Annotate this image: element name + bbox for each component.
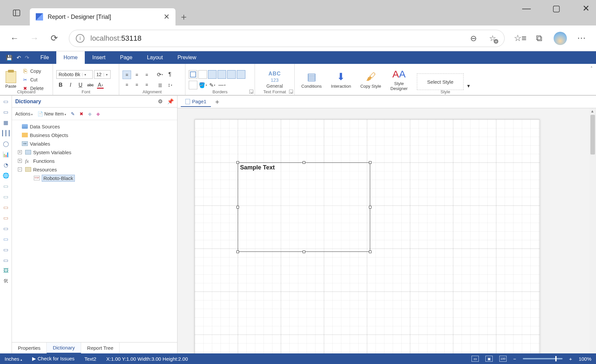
border-top[interactable] [218, 70, 226, 79]
underline-button[interactable]: U [76, 81, 85, 89]
panel-tab-report-tree[interactable]: Report Tree [81, 342, 120, 353]
conditions-button[interactable]: ▤ Conditions [298, 71, 325, 89]
profile-avatar[interactable] [554, 32, 567, 45]
resize-handle-se[interactable] [369, 250, 372, 253]
border-none[interactable] [198, 70, 207, 79]
font-size-combo[interactable]: 12▾ [94, 70, 111, 79]
panel-pin-icon[interactable]: 📌 [167, 98, 174, 105]
collections-icon[interactable]: ⧉ [534, 33, 544, 43]
units-selector[interactable]: Inches▴ [5, 356, 22, 362]
panel-tab-properties[interactable]: Properties [12, 342, 47, 353]
resize-handle-e[interactable] [369, 206, 372, 208]
move-down-button[interactable] [96, 111, 100, 116]
tree-resources[interactable]: −Resources [15, 165, 174, 174]
site-info-icon[interactable]: i [76, 34, 84, 43]
resize-handle-s[interactable] [303, 250, 305, 253]
window-minimize-icon[interactable]: — [520, 3, 533, 14]
tb-crossband-icon[interactable]: ▦ [2, 118, 10, 127]
window-maximize-icon[interactable]: ▢ [550, 3, 563, 14]
align-top-center[interactable]: ≡ [132, 70, 141, 79]
tab-close-icon[interactable]: ✕ [164, 13, 170, 21]
page-tab-page1[interactable]: Page1 [181, 97, 211, 107]
cut-button[interactable]: Cut [22, 76, 43, 84]
style-designer-button[interactable]: AA StyleDesigner [387, 68, 411, 91]
tree-data-sources[interactable]: Data Sources [15, 122, 174, 131]
zoom-out-button[interactable]: − [513, 356, 516, 362]
edit-button[interactable] [71, 111, 75, 116]
align-center[interactable]: ≡ [132, 80, 141, 89]
favorite-icon[interactable]: ☆ [488, 34, 498, 43]
copy-style-button[interactable]: 🖌 Copy Style [357, 71, 384, 89]
line-spacing-button[interactable]: ↕▾ [166, 81, 174, 89]
strike-button[interactable]: abc [86, 81, 95, 89]
tb-chart-icon[interactable]: 📊 [2, 150, 10, 159]
browser-menu-icon[interactable]: ⋯ [576, 33, 587, 43]
address-bar[interactable]: i localhost:53118 ⊖ ☆ [69, 30, 505, 47]
expand-icon[interactable]: + [18, 150, 22, 154]
add-page-button[interactable]: ＋ [212, 97, 222, 107]
browser-tab-active[interactable]: Report - Designer [Trial] ✕ [30, 8, 175, 25]
report-page[interactable]: Sample Text al [195, 119, 540, 353]
textformat-launcher-icon[interactable] [289, 90, 293, 94]
resize-handle-w[interactable] [236, 206, 239, 208]
fill-color-button[interactable]: 🪣▾ [198, 81, 207, 89]
resize-handle-sw[interactable] [236, 250, 239, 253]
text-format-button[interactable]: ABC 123 General [267, 71, 283, 89]
qat-undo-icon[interactable]: ↶ [17, 55, 21, 61]
new-tab-button[interactable]: ＋ [175, 8, 192, 25]
wordwrap-button[interactable]: ¶ [166, 70, 174, 79]
ribbon-tab-preview[interactable]: Preview [170, 51, 204, 64]
align-top-right[interactable]: ≡ [142, 70, 151, 79]
tb-textcell-icon[interactable]: ▭ [2, 203, 10, 211]
tb-subreport-icon[interactable]: ▭ [2, 245, 10, 254]
border-bottom[interactable] [237, 70, 245, 79]
favorites-list-icon[interactable]: ☆≡ [514, 33, 524, 43]
border-left[interactable] [208, 70, 217, 79]
window-close-icon[interactable]: ✕ [579, 3, 593, 14]
ribbon-collapse-icon[interactable]: ˄ [590, 66, 593, 71]
delete-item-button[interactable] [79, 111, 83, 116]
tb-richtext-icon[interactable]: ▭ [2, 192, 10, 201]
tb-databand-icon[interactable]: ▭ [2, 108, 10, 116]
paste-button[interactable]: Paste [3, 71, 18, 89]
rotate-button[interactable]: ⟳▾ [156, 70, 164, 79]
zoom-in-button[interactable]: + [569, 356, 572, 362]
vertical-scrollbar[interactable] [589, 108, 596, 353]
tb-textcell2-icon[interactable]: ▭ [2, 213, 10, 222]
border-all[interactable] [189, 70, 197, 79]
resize-handle-nw[interactable] [236, 161, 239, 164]
tb-image-icon[interactable]: 🖼 [2, 266, 10, 275]
tab-actions-icon[interactable] [7, 3, 26, 23]
font-name-combo[interactable]: Roboto Bk▾ [56, 70, 93, 79]
border-style-button[interactable]: —▾ [218, 81, 226, 89]
view-mode-1-icon[interactable]: ▭ [472, 356, 479, 362]
panel-tab-dictionary[interactable]: Dictionary [47, 342, 81, 353]
align-justify[interactable]: ≣ [156, 81, 164, 89]
nav-back-icon[interactable]: ← [9, 33, 20, 43]
tb-shape-icon[interactable]: ◯ [2, 139, 10, 148]
border-right[interactable] [227, 70, 236, 79]
tb-panel-icon[interactable]: ▭ [2, 224, 10, 233]
panel-gear-icon[interactable]: ⚙ [158, 98, 163, 105]
text-component-selected[interactable]: Sample Text [238, 162, 370, 252]
tree-functions[interactable]: +fxFunctions [15, 157, 174, 165]
shadow-button[interactable] [189, 81, 197, 89]
tb-barcode-icon[interactable]: ┃┃┃ [2, 129, 10, 137]
tree-business-objects[interactable]: Business Objects [15, 131, 174, 139]
ribbon-tab-page[interactable]: Page [113, 51, 139, 64]
italic-button[interactable]: I [66, 81, 75, 89]
ribbon-tab-file[interactable]: File [33, 51, 56, 64]
tb-zip-icon[interactable]: ▭ [2, 256, 10, 264]
ribbon-tab-insert[interactable]: Insert [85, 51, 113, 64]
tb-text-icon[interactable]: ▭ [2, 182, 10, 190]
new-item-dropdown[interactable]: New Item▾ [37, 111, 66, 116]
tb-gauge-icon[interactable]: ◔ [2, 160, 10, 169]
expand-icon[interactable]: + [18, 159, 22, 163]
ribbon-tab-home[interactable]: Home [56, 51, 85, 64]
view-mode-2-icon[interactable]: ▣ [485, 356, 493, 362]
tree-system-variables[interactable]: +System Variables [15, 148, 174, 157]
style-gallery-more-icon[interactable]: ▾ [464, 81, 473, 90]
align-left[interactable]: ≡ [123, 80, 131, 89]
resize-handle-ne[interactable] [369, 161, 372, 164]
nav-refresh-icon[interactable]: ⟳ [49, 33, 60, 43]
